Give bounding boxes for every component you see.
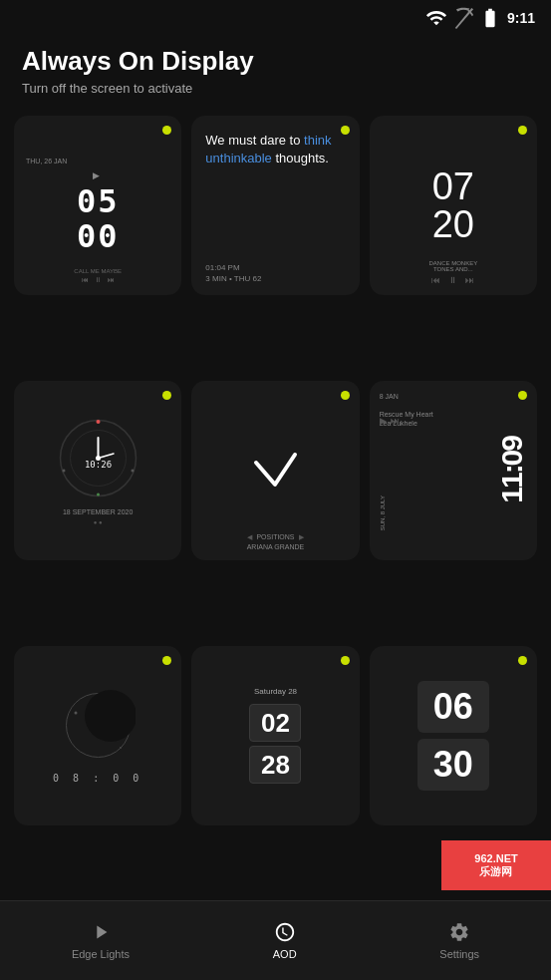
card-vertical-clock[interactable]: 8 JAN Rescue My Heart Lea Lukhele ▶ ⏭ 11… [370, 381, 537, 560]
card2-dot [341, 126, 350, 135]
card8-content: Saturday 28 02 28 [191, 646, 359, 825]
card1-date: THU, 26 JAN [26, 158, 67, 164]
page-title: Always On Display [22, 46, 529, 77]
card-digital-clock[interactable]: THU, 26 JAN ▶ 05 00 CALL ME MAYBE ⏮ ⏸ ⏭ [14, 116, 181, 295]
analog-clock-face: 10:26 [56, 416, 140, 500]
wifi-icon [425, 7, 447, 29]
card2-bottom: 01:04 PM 3 MIN • THU 62 [205, 263, 345, 283]
card3-clock: 07 20 [432, 167, 474, 243]
battery-icon [479, 7, 501, 29]
card7-time: 0 8 : 0 0 [53, 773, 142, 784]
watermark: 962.NET 乐游网 [441, 840, 551, 890]
card5-dot [341, 391, 350, 400]
card6-info-top: 8 JAN [380, 393, 399, 400]
card6-content: 8 JAN Rescue My Heart Lea Lukhele ▶ ⏭ 11… [370, 381, 537, 560]
card6-vertical-time: 11:09 [495, 437, 529, 503]
card1-content: THU, 26 JAN ▶ 05 00 CALL ME MAYBE ⏮ ⏸ ⏭ [14, 116, 181, 295]
svg-point-12 [74, 711, 77, 714]
settings-icon [448, 921, 470, 943]
signal-icon [452, 7, 474, 29]
card-analog-clock[interactable]: 10:26 18 SEPTEMBER 2020 ● ● [14, 381, 181, 560]
card9-dot [518, 656, 527, 665]
edge-lights-icon [90, 921, 112, 943]
card1-bottom: CALL ME MAYBE ⏮ ⏸ ⏭ [14, 268, 181, 283]
card3-bottom: DANCE MONKEY TONES AND... ⏮ ⏸ ⏭ [370, 260, 537, 285]
svg-point-2 [96, 420, 100, 424]
page-subtitle: Turn off the screen to activate [22, 81, 529, 96]
card8-digit2: 28 [249, 746, 301, 784]
nav-item-aod[interactable]: AOD [257, 913, 313, 968]
svg-point-13 [120, 747, 122, 749]
card4-content: 10:26 18 SEPTEMBER 2020 ● ● [14, 381, 181, 560]
card9-digit1: 06 [417, 681, 489, 733]
card7-content: 0 8 : 0 0 [14, 646, 181, 825]
card5-bottom: ◀ POSITIONS ▶ ARIANA GRANDE [191, 533, 359, 550]
svg-point-5 [131, 469, 134, 472]
card8-dot [341, 656, 350, 665]
card-flip-clock[interactable]: 06 30 [370, 646, 537, 825]
nav-label-settings: Settings [439, 948, 479, 960]
nav-label-aod: AOD [273, 948, 297, 960]
svg-point-3 [97, 492, 100, 495]
aod-icon [274, 921, 296, 943]
card-checkmark[interactable]: ◀ POSITIONS ▶ ARIANA GRANDE [191, 381, 359, 560]
card6-dot [518, 391, 527, 400]
svg-point-4 [62, 469, 65, 472]
card9-content: 06 30 [370, 646, 537, 825]
svg-text:10:26: 10:26 [85, 460, 112, 470]
checkmark-icon [248, 443, 303, 497]
bottom-navigation: Edge Lights AOD Settings [0, 900, 551, 980]
cards-grid: THU, 26 JAN ▶ 05 00 CALL ME MAYBE ⏮ ⏸ ⏭ [0, 116, 551, 900]
card-quote[interactable]: We must dare to think unthinkable though… [191, 116, 359, 295]
nav-item-edge-lights[interactable]: Edge Lights [56, 913, 145, 968]
moon-icon [61, 688, 136, 763]
card2-quote-text: We must dare to think unthinkable though… [205, 132, 345, 167]
card8-digit1: 02 [249, 704, 301, 742]
card5-content: ◀ POSITIONS ▶ ARIANA GRANDE [191, 381, 359, 560]
nav-item-settings[interactable]: Settings [423, 913, 495, 968]
card4-date: 18 SEPTEMBER 2020 [63, 508, 133, 515]
card-moon-clock[interactable]: 0 8 : 0 0 [14, 646, 181, 825]
card-flip-date[interactable]: Saturday 28 02 28 [191, 646, 359, 825]
card6-date-vertical: SUN, 8 JULY [380, 495, 386, 530]
header: Always On Display Turn off the screen to… [0, 36, 551, 116]
card8-label: Saturday 28 [254, 687, 297, 696]
svg-point-11 [85, 690, 136, 742]
card3-content: 07 20 DANCE MONKEY TONES AND... ⏮ ⏸ ⏭ [370, 116, 537, 295]
status-icons [425, 7, 501, 29]
card2-content: We must dare to think unthinkable though… [191, 116, 359, 295]
card-large-clock[interactable]: 07 20 DANCE MONKEY TONES AND... ⏮ ⏸ ⏭ [370, 116, 537, 295]
status-bar: 9:11 [0, 0, 551, 36]
card9-digit2: 30 [417, 739, 489, 791]
status-time: 9:11 [507, 10, 535, 26]
nav-label-edge-lights: Edge Lights [72, 948, 130, 960]
card7-dot [162, 656, 171, 665]
card1-clock: 05 00 [77, 184, 120, 254]
